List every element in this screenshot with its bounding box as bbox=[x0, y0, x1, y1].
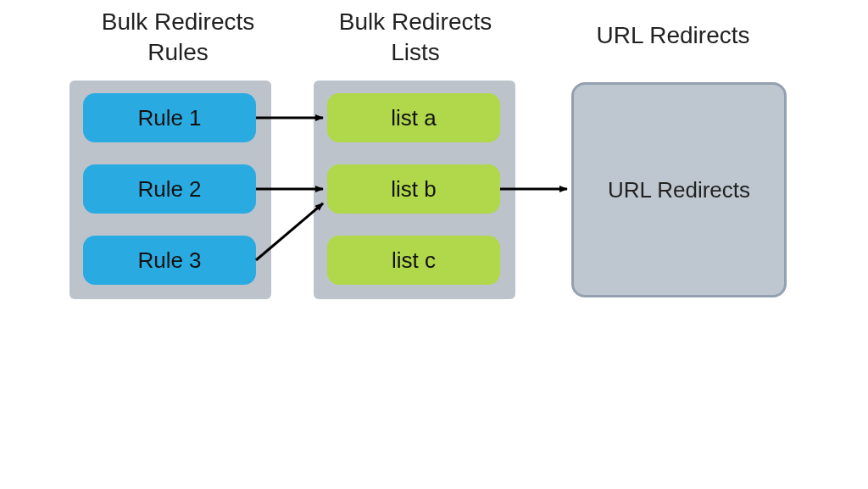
list-a-pill: list a bbox=[327, 93, 500, 142]
rule-1-label: Rule 1 bbox=[137, 105, 201, 131]
redirects-column-title: URL Redirects bbox=[571, 22, 775, 49]
list-b-label: list b bbox=[391, 176, 436, 203]
rule-2-label: Rule 2 bbox=[137, 176, 201, 203]
rules-title-line1: Bulk Redirects bbox=[76, 7, 280, 37]
lists-column-title: Bulk Redirects Lists bbox=[314, 7, 517, 69]
rules-title-line2: Rules bbox=[76, 37, 280, 68]
url-redirects-box-label: URL Redirects bbox=[608, 177, 750, 203]
rule-3-pill: Rule 3 bbox=[83, 236, 256, 285]
lists-title-line2: Lists bbox=[314, 37, 517, 68]
rules-column-title: Bulk Redirects Rules bbox=[76, 7, 280, 69]
rule-1-pill: Rule 1 bbox=[83, 93, 256, 142]
lists-title-line1: Bulk Redirects bbox=[314, 7, 517, 37]
list-c-label: list c bbox=[392, 247, 436, 274]
rule-3-label: Rule 3 bbox=[137, 247, 201, 274]
rule-2-pill: Rule 2 bbox=[83, 164, 256, 214]
list-a-label: list a bbox=[391, 105, 436, 131]
list-c-pill: list c bbox=[327, 236, 500, 285]
redirects-title-text: URL Redirects bbox=[596, 22, 749, 48]
url-redirects-box: URL Redirects bbox=[571, 82, 787, 297]
list-b-pill: list b bbox=[327, 164, 500, 214]
